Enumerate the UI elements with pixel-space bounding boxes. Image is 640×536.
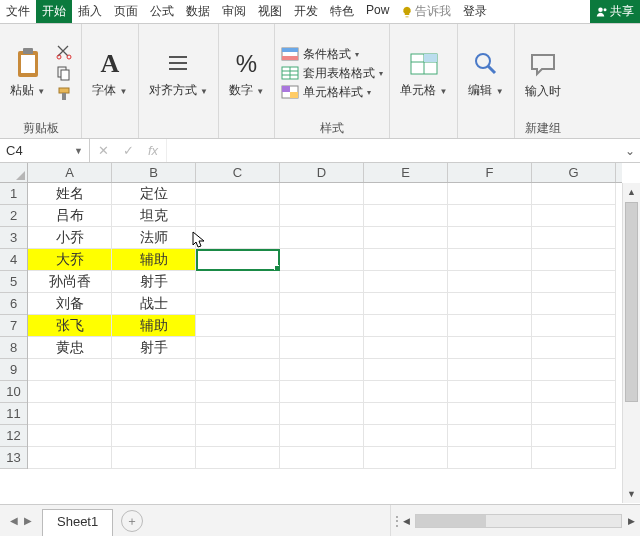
menu-tab-dev[interactable]: 开发 [288, 0, 324, 23]
row-header-13[interactable]: 13 [0, 447, 27, 469]
select-all-corner[interactable] [0, 163, 28, 183]
cell-C4[interactable] [196, 249, 280, 271]
cell-B4[interactable]: 辅助 [112, 249, 196, 271]
row-header-2[interactable]: 2 [0, 205, 27, 227]
menu-tab-page[interactable]: 页面 [108, 0, 144, 23]
row-header-10[interactable]: 10 [0, 381, 27, 403]
cell-E10[interactable] [364, 381, 448, 403]
cell-A13[interactable] [28, 447, 112, 469]
cell-C1[interactable] [196, 183, 280, 205]
cut-button[interactable] [53, 43, 75, 61]
cell-B3[interactable]: 法师 [112, 227, 196, 249]
cell-E1[interactable] [364, 183, 448, 205]
cell-G11[interactable] [532, 403, 616, 425]
cell-D9[interactable] [280, 359, 364, 381]
align-button[interactable]: 对齐方式 ▼ [145, 45, 212, 101]
cell-D10[interactable] [280, 381, 364, 403]
tab-nav[interactable]: ◀ ▶ [0, 505, 42, 536]
cell-F1[interactable] [448, 183, 532, 205]
table-format-button[interactable]: 套用表格格式 ▾ [281, 65, 383, 82]
cell-C12[interactable] [196, 425, 280, 447]
column-header-F[interactable]: F [448, 163, 532, 182]
input-time-button[interactable]: 输入时 [521, 46, 565, 100]
cell-E5[interactable] [364, 271, 448, 293]
cell-F2[interactable] [448, 205, 532, 227]
cell-G7[interactable] [532, 315, 616, 337]
cell-D13[interactable] [280, 447, 364, 469]
conditional-format-button[interactable]: 条件格式 ▾ [281, 46, 383, 63]
cell-C7[interactable] [196, 315, 280, 337]
cell-E6[interactable] [364, 293, 448, 315]
scroll-up-button[interactable]: ▲ [623, 183, 640, 201]
enter-formula-button[interactable]: ✓ [123, 143, 134, 158]
cell-C9[interactable] [196, 359, 280, 381]
cell-C8[interactable] [196, 337, 280, 359]
cell-A4[interactable]: 大乔 [28, 249, 112, 271]
cell-A7[interactable]: 张飞 [28, 315, 112, 337]
cell-B12[interactable] [112, 425, 196, 447]
cell-D11[interactable] [280, 403, 364, 425]
column-header-A[interactable]: A [28, 163, 112, 182]
cell-C5[interactable] [196, 271, 280, 293]
cell-E12[interactable] [364, 425, 448, 447]
cell-F6[interactable] [448, 293, 532, 315]
cell-F8[interactable] [448, 337, 532, 359]
cell-D8[interactable] [280, 337, 364, 359]
column-header-D[interactable]: D [280, 163, 364, 182]
cancel-formula-button[interactable]: ✕ [98, 143, 109, 158]
cell-F13[interactable] [448, 447, 532, 469]
cell-C2[interactable] [196, 205, 280, 227]
cell-F3[interactable] [448, 227, 532, 249]
row-header-11[interactable]: 11 [0, 403, 27, 425]
horizontal-scroll-track[interactable] [415, 514, 622, 528]
cell-B1[interactable]: 定位 [112, 183, 196, 205]
cell-D5[interactable] [280, 271, 364, 293]
cell-G13[interactable] [532, 447, 616, 469]
cell-G8[interactable] [532, 337, 616, 359]
menu-tab-feature[interactable]: 特色 [324, 0, 360, 23]
tab-first-icon[interactable]: ◀ [10, 515, 18, 526]
menu-tab-insert[interactable]: 插入 [72, 0, 108, 23]
cell-G5[interactable] [532, 271, 616, 293]
cell-D6[interactable] [280, 293, 364, 315]
scroll-left-button[interactable]: ◀ [397, 516, 415, 526]
cell-E13[interactable] [364, 447, 448, 469]
tell-me[interactable]: 告诉我 [395, 0, 457, 23]
cell-C13[interactable] [196, 447, 280, 469]
row-header-3[interactable]: 3 [0, 227, 27, 249]
menu-tab-formula[interactable]: 公式 [144, 0, 180, 23]
cell-B13[interactable] [112, 447, 196, 469]
cell-E3[interactable] [364, 227, 448, 249]
name-box[interactable]: C4 ▼ [0, 139, 90, 162]
add-sheet-button[interactable]: ＋ [121, 510, 143, 532]
cell-G2[interactable] [532, 205, 616, 227]
row-header-4[interactable]: 4 [0, 249, 27, 271]
row-header-8[interactable]: 8 [0, 337, 27, 359]
cell-D7[interactable] [280, 315, 364, 337]
cell-D3[interactable] [280, 227, 364, 249]
cell-C6[interactable] [196, 293, 280, 315]
cell-A8[interactable]: 黄忠 [28, 337, 112, 359]
horizontal-scroll-thumb[interactable] [416, 515, 486, 527]
cell-F9[interactable] [448, 359, 532, 381]
cell-A12[interactable] [28, 425, 112, 447]
number-button[interactable]: % 数字 ▼ [225, 45, 268, 101]
cell-D2[interactable] [280, 205, 364, 227]
cell-C10[interactable] [196, 381, 280, 403]
editing-button[interactable]: 编辑 ▼ [464, 45, 507, 101]
row-header-6[interactable]: 6 [0, 293, 27, 315]
cell-G4[interactable] [532, 249, 616, 271]
cell-G3[interactable] [532, 227, 616, 249]
menu-tab-power[interactable]: Pow [360, 0, 395, 23]
menu-tab-review[interactable]: 审阅 [216, 0, 252, 23]
cell-A3[interactable]: 小乔 [28, 227, 112, 249]
cell-F11[interactable] [448, 403, 532, 425]
formula-input[interactable] [167, 139, 620, 162]
menu-tab-home[interactable]: 开始 [36, 0, 72, 23]
cell-style-button[interactable]: 单元格样式 ▾ [281, 84, 383, 101]
login-button[interactable]: 登录 [457, 0, 493, 23]
cell-F7[interactable] [448, 315, 532, 337]
row-header-7[interactable]: 7 [0, 315, 27, 337]
cell-G10[interactable] [532, 381, 616, 403]
cell-B10[interactable] [112, 381, 196, 403]
